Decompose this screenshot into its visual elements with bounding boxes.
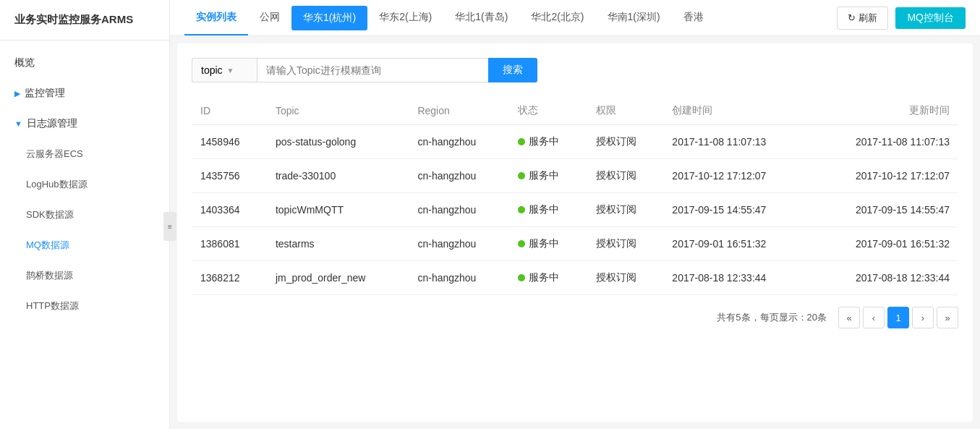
refresh-icon: ↻ (848, 12, 856, 23)
tab-bar: 实例列表 公网 华东1(杭州) 华东2(上海) 华北1(青岛) 华北2(北京) … (170, 0, 980, 36)
status-text: 服务中 (529, 169, 559, 182)
cell-region: cn-hangzhou (409, 227, 509, 261)
cell-updated: 2017-09-01 16:51:32 (811, 227, 958, 261)
cell-topic: trade-330100 (267, 159, 409, 193)
sidebar-item-label: HTTP数据源 (26, 300, 79, 313)
page-1-button[interactable]: 1 (887, 307, 909, 328)
table-row: 1458946 pos-status-golong cn-hangzhou 服务… (192, 125, 958, 159)
col-updated: 更新时间 (811, 97, 958, 125)
status-text: 服务中 (529, 135, 559, 148)
cell-permission: 授权订阅 (587, 261, 664, 295)
sidebar-item-mq[interactable]: MQ数据源 (0, 230, 169, 260)
status-dot (518, 240, 525, 247)
search-button[interactable]: 搜索 (488, 58, 537, 82)
col-status: 状态 (509, 97, 587, 125)
status-dot (518, 274, 525, 281)
cell-region: cn-hangzhou (409, 159, 509, 193)
cell-topic: pos-status-golong (267, 125, 409, 159)
table-row: 1386081 testarms cn-hangzhou 服务中 授权订阅 20… (192, 227, 958, 261)
cell-id: 1435756 (192, 159, 267, 193)
sidebar-item-log-source[interactable]: ▼ 日志源管理 (0, 109, 169, 139)
cell-id: 1386081 (192, 227, 267, 261)
sidebar-item-label: LogHub数据源 (26, 178, 88, 191)
table-row: 1403364 topicWmMQTT cn-hangzhou 服务中 授权订阅… (192, 193, 958, 227)
cell-created: 2017-11-08 11:07:13 (663, 125, 811, 159)
cell-permission: 授权订阅 (587, 159, 664, 193)
status-dot (518, 172, 525, 179)
filter-select[interactable]: topic ▼ (192, 58, 257, 82)
tab-hongkong[interactable]: 香港 (672, 1, 715, 35)
tab-east-china-1[interactable]: 华东1(杭州) (291, 6, 367, 30)
page-prev-button[interactable]: ‹ (863, 307, 885, 328)
cell-status: 服务中 (509, 227, 587, 261)
cell-created: 2017-09-15 14:55:47 (663, 193, 811, 227)
cell-topic: testarms (267, 227, 409, 261)
app-title: 业务实时监控服务ARMS (0, 0, 169, 41)
right-arrow-icon: ▶ (14, 89, 20, 98)
table-row: 1435756 trade-330100 cn-hangzhou 服务中 授权订… (192, 159, 958, 193)
sidebar-item-label: 鹊桥数据源 (26, 269, 73, 282)
cell-topic: jm_prod_order_new (267, 261, 409, 295)
status-text: 服务中 (529, 237, 559, 250)
status-dot (518, 206, 525, 213)
cell-region: cn-hangzhou (409, 125, 509, 159)
status-dot (518, 138, 525, 145)
search-input[interactable] (257, 58, 488, 82)
table-row: 1368212 jm_prod_order_new cn-hangzhou 服务… (192, 261, 958, 295)
cell-updated: 2017-10-12 17:12:07 (811, 159, 958, 193)
cell-updated: 2017-09-15 14:55:47 (811, 193, 958, 227)
cell-permission: 授权订阅 (587, 125, 664, 159)
sidebar-item-label: 监控管理 (25, 87, 65, 100)
status-text: 服务中 (529, 203, 559, 216)
col-id: ID (192, 97, 267, 125)
cell-created: 2017-10-12 17:12:07 (663, 159, 811, 193)
down-arrow-icon: ▼ (14, 119, 22, 128)
cell-updated: 2017-08-18 12:33:44 (811, 261, 958, 295)
data-table: ID Topic Region 状态 权限 创建时间 更新时间 1458946 … (192, 97, 958, 295)
cell-permission: 授权订阅 (587, 227, 664, 261)
cell-permission: 授权订阅 (587, 193, 664, 227)
cell-id: 1458946 (192, 125, 267, 159)
pagination: 共有5条，每页显示：20条 « ‹ 1 › » (192, 295, 958, 331)
sidebar-item-label: 日志源管理 (27, 117, 77, 130)
sidebar-item-http[interactable]: HTTP数据源 (0, 291, 169, 321)
chevron-down-icon: ▼ (227, 67, 234, 75)
sidebar-item-loghub[interactable]: LogHub数据源 (0, 169, 169, 200)
tab-instance-list[interactable]: 实例列表 (184, 1, 248, 35)
cell-status: 服务中 (509, 125, 587, 159)
tab-east-china-2[interactable]: 华东2(上海) (367, 1, 443, 35)
filter-value: topic (201, 64, 223, 76)
sidebar-item-monitor[interactable]: ▶ 监控管理 (0, 78, 169, 109)
sidebar-item-label: 云服务器ECS (26, 148, 83, 161)
sidebar-collapse-button[interactable]: ≡ (163, 212, 176, 241)
cell-status: 服务中 (509, 261, 587, 295)
sidebar-item-sdk[interactable]: SDK数据源 (0, 200, 169, 230)
tab-south-china-1[interactable]: 华南1(深圳) (596, 1, 672, 35)
refresh-button[interactable]: ↻ 刷新 (837, 7, 888, 30)
page-last-button[interactable]: » (937, 307, 958, 328)
cell-status: 服务中 (509, 159, 587, 193)
cell-created: 2017-09-01 16:51:32 (663, 227, 811, 261)
sidebar-item-label: 概览 (14, 56, 35, 69)
tab-public[interactable]: 公网 (248, 1, 291, 35)
col-created: 创建时间 (663, 97, 811, 125)
cell-created: 2017-08-18 12:33:44 (663, 261, 811, 295)
col-region: Region (409, 97, 509, 125)
mq-console-button[interactable]: MQ控制台 (895, 7, 966, 29)
cell-updated: 2017-11-08 11:07:13 (811, 125, 958, 159)
cell-id: 1368212 (192, 261, 267, 295)
sidebar-item-ecs[interactable]: 云服务器ECS (0, 139, 169, 169)
page-next-button[interactable]: › (912, 307, 934, 328)
sidebar-item-overview[interactable]: 概览 (0, 48, 169, 78)
sidebar-item-queqiao[interactable]: 鹊桥数据源 (0, 260, 169, 291)
cell-region: cn-hangzhou (409, 193, 509, 227)
page-first-button[interactable]: « (838, 307, 860, 328)
sidebar-item-label: SDK数据源 (26, 208, 74, 221)
col-topic: Topic (267, 97, 409, 125)
sidebar-item-label: MQ数据源 (26, 239, 69, 252)
cell-id: 1403364 (192, 193, 267, 227)
col-permission: 权限 (587, 97, 664, 125)
tab-north-china-2[interactable]: 华北2(北京) (519, 1, 595, 35)
cell-topic: topicWmMQTT (267, 193, 409, 227)
tab-north-china-1[interactable]: 华北1(青岛) (443, 1, 519, 35)
